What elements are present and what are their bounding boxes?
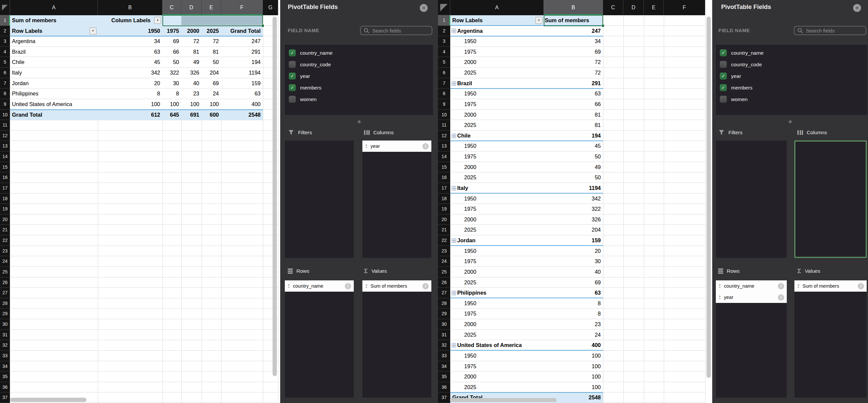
cell-A6[interactable]: Italy <box>10 68 98 78</box>
row-header-30[interactable]: 30 <box>0 319 10 330</box>
cell-D5[interactable]: 49 <box>181 57 202 68</box>
row-header-32[interactable]: 32 <box>0 340 10 351</box>
row-header-36[interactable]: 36 <box>438 382 450 393</box>
row-header-34[interactable]: 34 <box>438 361 450 372</box>
row-header-15[interactable]: 15 <box>0 162 10 173</box>
close-icon[interactable]: ✕ <box>420 4 428 12</box>
cell-D9[interactable]: 100 <box>181 99 202 110</box>
field-item-country_name[interactable]: ✓country_name <box>285 47 433 59</box>
checkbox-checked[interactable]: ✓ <box>289 50 296 56</box>
checkbox-checked[interactable]: ✓ <box>720 72 727 80</box>
row-header-19[interactable]: 19 <box>438 204 450 214</box>
row-header-22[interactable]: 22 <box>0 235 10 246</box>
cell-A35[interactable]: 2000 <box>450 372 544 382</box>
row-header-23[interactable]: 23 <box>438 246 450 256</box>
cell-A22[interactable]: Jordan <box>450 235 544 246</box>
row-header-37[interactable]: 37 <box>0 393 10 403</box>
cell-B17[interactable]: 1194 <box>544 183 603 193</box>
cell-B29[interactable]: 8 <box>544 309 603 319</box>
cell-E3[interactable]: 72 <box>202 36 221 47</box>
horizontal-scrollbar-thumb[interactable] <box>450 398 557 402</box>
selection-fill-handle[interactable] <box>261 24 264 27</box>
row-header-28[interactable]: 28 <box>0 298 10 309</box>
cell-A16[interactable]: 2025 <box>450 172 544 183</box>
row-header-3[interactable]: 3 <box>0 36 10 47</box>
cell-B14[interactable]: 50 <box>544 151 603 162</box>
row-header-30[interactable]: 30 <box>438 319 450 330</box>
cell-B6[interactable]: 72 <box>544 68 603 78</box>
cell-A18[interactable]: 1950 <box>450 193 544 204</box>
cell-A29[interactable]: 1975 <box>450 309 544 319</box>
field-item-members[interactable]: ✓members <box>716 82 867 93</box>
checkbox-checked[interactable]: ✓ <box>289 72 296 80</box>
columns-well[interactable]: yeari <box>362 141 431 258</box>
cell-B5[interactable]: 72 <box>544 57 603 68</box>
cell-F3[interactable]: 247 <box>221 36 263 47</box>
horizontal-scrollbar-thumb[interactable] <box>10 398 87 402</box>
cell-A30[interactable]: 2000 <box>450 319 544 330</box>
cell-E6[interactable]: 204 <box>202 68 221 78</box>
cell-E10[interactable]: 600 <box>202 110 221 120</box>
cell-A12[interactable]: Chile <box>450 131 544 141</box>
row-header-14[interactable]: 14 <box>438 151 450 162</box>
column-header-A[interactable]: A <box>10 0 98 15</box>
cell-A8[interactable]: 1950 <box>450 89 544 99</box>
info-icon[interactable]: i <box>345 283 351 289</box>
values-well[interactable]: Sum of membersi <box>795 280 867 398</box>
cell-E5[interactable]: 50 <box>202 57 221 68</box>
cell-B4[interactable]: 69 <box>544 47 603 57</box>
column-header-F[interactable]: F <box>221 0 263 15</box>
cell-C4[interactable]: 66 <box>162 47 181 57</box>
row-header-25[interactable]: 25 <box>438 267 450 277</box>
field-item-year[interactable]: ✓year <box>716 70 867 82</box>
row-header-12[interactable]: 12 <box>438 131 450 141</box>
cell-B4[interactable]: 63 <box>98 47 162 57</box>
row-header-31[interactable]: 31 <box>438 330 450 340</box>
info-icon[interactable]: i <box>423 143 429 150</box>
cell-B9[interactable]: 66 <box>544 99 603 110</box>
cell-B2[interactable]: 1950 <box>98 26 162 36</box>
row-header-13[interactable]: 13 <box>0 141 10 151</box>
cell-A7[interactable]: Brazil <box>450 78 544 89</box>
cell-B9[interactable]: 100 <box>98 99 162 110</box>
cell-A36[interactable]: 2025 <box>450 382 544 393</box>
cell-E4[interactable]: 81 <box>202 47 221 57</box>
column-header-C[interactable]: C <box>603 0 623 15</box>
collapse-button[interactable]: − <box>452 133 456 138</box>
info-icon[interactable]: i <box>423 283 429 289</box>
row-header-34[interactable]: 34 <box>0 361 10 372</box>
cell-B23[interactable]: 20 <box>544 246 603 256</box>
cell-A2[interactable]: Argentina <box>450 26 544 36</box>
filters-well[interactable] <box>285 141 354 258</box>
cell-B32[interactable]: 400 <box>544 340 603 351</box>
cell-B28[interactable]: 8 <box>544 298 603 309</box>
cell-F2[interactable]: Grand Total <box>221 26 263 36</box>
pivot-field-chip[interactable]: country_namei <box>285 280 354 292</box>
info-icon[interactable]: i <box>858 283 864 289</box>
cell-B21[interactable]: 204 <box>544 225 603 235</box>
checkbox-unchecked[interactable] <box>720 96 727 103</box>
cell-B6[interactable]: 342 <box>98 68 162 78</box>
row-header-35[interactable]: 35 <box>0 372 10 382</box>
cell-B10[interactable]: 612 <box>98 110 162 120</box>
columns-well[interactable] <box>795 141 867 258</box>
cell-B33[interactable]: 100 <box>544 351 603 361</box>
cell-F10[interactable]: 2548 <box>221 110 263 120</box>
cell-A10[interactable]: Grand Total <box>10 110 98 120</box>
row-header-16[interactable]: 16 <box>438 172 450 183</box>
column-header-G[interactable]: G <box>263 0 278 15</box>
cell-D4[interactable]: 81 <box>181 47 202 57</box>
cell-B13[interactable]: 45 <box>544 141 603 151</box>
rows-well[interactable]: country_nameiyeari <box>716 280 787 398</box>
cell-A5[interactable]: Chile <box>10 57 98 68</box>
column-header-E[interactable]: E <box>644 0 664 15</box>
select-all-button[interactable] <box>438 0 450 15</box>
field-item-year[interactable]: ✓year <box>285 70 433 82</box>
row-header-37[interactable]: 37 <box>438 393 450 403</box>
row-header-33[interactable]: 33 <box>438 351 450 361</box>
cell-B26[interactable]: 69 <box>544 277 603 288</box>
cell-E2[interactable]: 2025 <box>202 26 221 36</box>
cell-C2[interactable]: 1975 <box>162 26 181 36</box>
cell-A14[interactable]: 1975 <box>450 151 544 162</box>
row-header-2[interactable]: 2 <box>0 26 10 36</box>
